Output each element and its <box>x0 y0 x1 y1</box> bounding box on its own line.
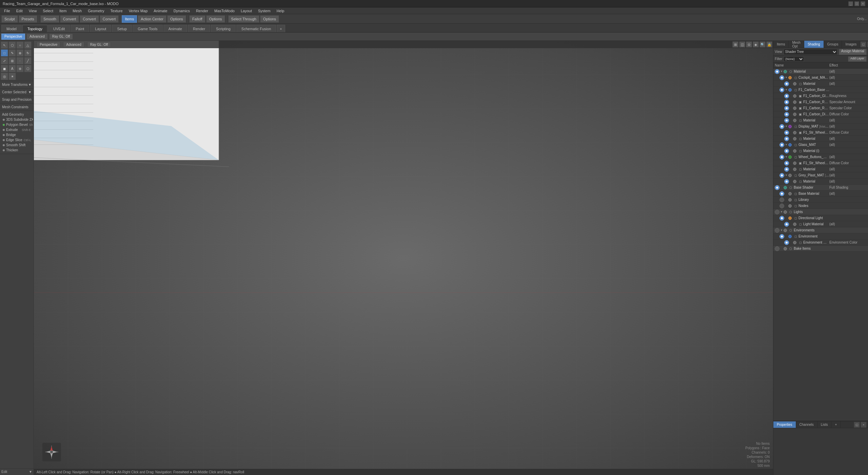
vp-advanced-btn[interactable]: Advanced <box>63 42 84 47</box>
tool-thicken[interactable]: Thicken <box>1 148 33 153</box>
tree-row-25[interactable]: ◻Light Material(all) <box>773 221 868 227</box>
tree-eye-22[interactable] <box>780 204 784 208</box>
options2-btn[interactable]: Options <box>206 15 225 23</box>
mode-tab-layout[interactable]: Layout <box>90 25 111 32</box>
bottom-expand-icon[interactable]: ◱ <box>854 422 860 428</box>
vp-icon-lock[interactable]: 🔒 <box>766 41 772 48</box>
vp-icon-4[interactable]: ◈ <box>753 41 759 48</box>
center-selected-header[interactable]: Center Selected ▼ <box>1 90 33 95</box>
tree-eye-0[interactable] <box>775 69 780 74</box>
tree-row-14[interactable]: ▼◻Wheel_Buttons_MAT [Material](all) <box>773 154 868 160</box>
menu-item-view[interactable]: View <box>26 8 40 14</box>
add-geometry-header[interactable]: Add Geometry <box>1 112 33 117</box>
tree-eye-23[interactable] <box>775 210 780 214</box>
tool-icon-edge[interactable]: ╱ <box>24 57 32 64</box>
tree-eye-14[interactable] <box>780 155 784 159</box>
tool-icon-face[interactable]: ◼ <box>1 65 8 72</box>
tree-row-28[interactable]: ◻Environment MaterialEnvironment Color <box>773 240 868 246</box>
tool-extrude[interactable]: Extrude Shift-E <box>1 127 33 132</box>
title-bar-controls[interactable]: _ □ × <box>848 1 865 6</box>
tool-icon-move[interactable]: ⊕ <box>16 49 24 57</box>
viewport[interactable]: Perspective Advanced Ray GL: Off ⊞ ◫ ⊙ ◈… <box>34 41 773 475</box>
tool-icon-pen[interactable]: ✎ <box>8 49 16 57</box>
vp-icon-1[interactable]: ⊞ <box>732 41 738 48</box>
tool-icon-shader[interactable]: ◎ <box>1 73 8 80</box>
tree-eye-13[interactable] <box>784 149 789 153</box>
tree-row-27[interactable]: ◻Environment <box>773 233 868 240</box>
tree-row-21[interactable]: ◻Library <box>773 197 868 203</box>
menu-item-geometry[interactable]: Geometry <box>85 8 107 14</box>
menu-item-texture[interactable]: Texture <box>108 8 125 14</box>
tree-eye-24[interactable] <box>780 216 784 221</box>
tree-row-23[interactable]: ▼⬡Lights <box>773 209 868 215</box>
tree-row-26[interactable]: ▼⬡Environments <box>773 227 868 233</box>
tree-row-16[interactable]: ◻Material(all) <box>773 166 868 172</box>
vp-icon-5[interactable]: 🔍 <box>760 41 766 48</box>
menu-item-system[interactable]: System <box>255 8 273 14</box>
mode-tab-model[interactable]: Model <box>1 25 22 32</box>
falloff-btn[interactable]: Falloff <box>189 15 205 23</box>
tree-expand-9[interactable]: ▼ <box>784 125 788 129</box>
raygl-btn[interactable]: Ray GL: Off <box>49 34 73 40</box>
tree-row-24[interactable]: ◻Directional Light <box>773 215 868 221</box>
tree-eye-16[interactable] <box>784 167 789 172</box>
tree-expand-23[interactable]: ▼ <box>780 210 784 214</box>
tree-eye-28[interactable] <box>784 240 789 245</box>
menu-item-layout[interactable]: Layout <box>238 8 255 14</box>
right-tab-meshopt[interactable]: Mesh Opt <box>789 41 804 48</box>
bottom-tab-channels[interactable]: Channels <box>796 421 817 428</box>
convert3-btn[interactable]: Convert <box>100 15 119 23</box>
menu-item-item[interactable]: Item <box>57 8 69 14</box>
select-through-btn[interactable]: Select Through <box>228 15 259 23</box>
tree-expand-1[interactable]: ▼ <box>784 76 788 80</box>
mode-tab-plus[interactable]: + <box>277 25 285 32</box>
tree-eye-19[interactable] <box>775 185 780 190</box>
tool-3ds-subdivide[interactable]: 3DS Subdivide 2X <box>1 117 33 122</box>
mode-tab-topology[interactable]: Topology <box>22 25 47 32</box>
shader-tree-select[interactable]: Shader Tree <box>784 49 837 55</box>
tree-expand-26[interactable]: ▼ <box>780 228 784 232</box>
right-tab-images[interactable]: Images <box>842 41 860 48</box>
tool-icon-snap[interactable]: ⊛ <box>16 65 24 72</box>
tool-icon-active[interactable]: □ <box>1 49 8 57</box>
tree-eye-27[interactable] <box>780 234 784 239</box>
tool-smooth-shift[interactable]: Smooth Shift <box>1 142 33 148</box>
tree-eye-5[interactable] <box>784 100 789 104</box>
tree-row-19[interactable]: ⬡Base ShaderFull Shading <box>773 185 868 191</box>
menu-item-help[interactable]: Help <box>274 8 287 14</box>
tree-row-8[interactable]: ◻Material(all) <box>773 117 868 124</box>
menu-item-file[interactable]: File <box>1 8 13 14</box>
tool-icon-arrow[interactable]: ↖ <box>1 41 8 49</box>
right-tab-groups[interactable]: Groups <box>824 41 842 48</box>
tree-eye-9[interactable] <box>780 124 784 129</box>
minimize-btn[interactable]: _ <box>848 1 853 6</box>
tree-eye-4[interactable] <box>784 94 789 98</box>
convert1-btn[interactable]: Convert <box>60 15 79 23</box>
bottom-tab-plus[interactable]: + <box>831 421 841 428</box>
tree-expand-17[interactable]: ▼ <box>784 173 788 177</box>
tree-row-22[interactable]: ◻Nodes <box>773 203 868 209</box>
mode-tab-game-tools[interactable]: Game Tools <box>133 25 163 32</box>
vp-perspective-btn[interactable]: Perspective <box>37 42 60 47</box>
mode-tab-paint[interactable]: Paint <box>71 25 89 32</box>
tree-row-20[interactable]: ◻Base Material(all) <box>773 191 868 197</box>
mode-tab-setup[interactable]: Setup <box>112 25 132 32</box>
tool-icon-select[interactable]: ⬡ <box>8 41 16 49</box>
tree-expand-12[interactable]: ▼ <box>784 143 788 147</box>
advanced-btn[interactable]: Advanced <box>26 34 47 40</box>
mode-tab-scripting[interactable]: Scripting <box>211 25 236 32</box>
tree-eye-20[interactable] <box>780 191 784 196</box>
tree-row-17[interactable]: ▼◻Grey_Plast_MAT [Material](all) <box>773 172 868 178</box>
mesh-constraints-header[interactable]: Mesh Constraints <box>1 104 33 110</box>
right-tab-shading[interactable]: Shading <box>804 41 824 48</box>
tree-eye-11[interactable] <box>784 136 789 141</box>
tool-icon-transform[interactable]: ⊞ <box>8 57 16 64</box>
tree-eye-29[interactable] <box>775 246 780 251</box>
tool-icon-light[interactable]: ☀ <box>8 73 16 80</box>
tree-row-13[interactable]: ◻Material (i) <box>773 148 868 154</box>
mode-tab-uvedit[interactable]: UVEdit <box>48 25 70 32</box>
tree-eye-17[interactable] <box>780 173 784 178</box>
vp-icon-3[interactable]: ⊙ <box>746 41 752 48</box>
tree-eye-7[interactable] <box>784 112 789 117</box>
menu-item-render[interactable]: Render <box>193 8 211 14</box>
